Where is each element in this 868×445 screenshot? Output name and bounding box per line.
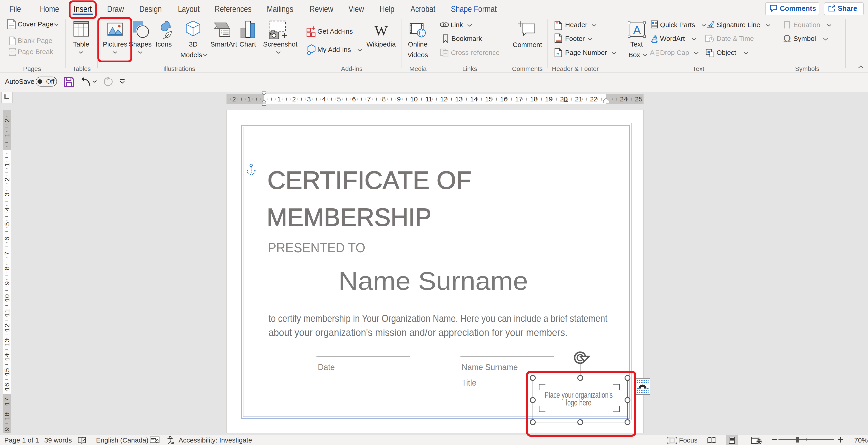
svg-text:3: 3 <box>3 193 11 196</box>
svg-text:8: 8 <box>382 95 386 103</box>
svg-text:1: 1 <box>247 95 251 103</box>
svg-text:9: 9 <box>397 95 401 103</box>
svg-text:10: 10 <box>410 95 417 103</box>
svg-text:19: 19 <box>545 95 553 103</box>
svg-text:15: 15 <box>485 95 493 103</box>
svg-text:9: 9 <box>3 281 11 285</box>
svg-text:1: 1 <box>277 95 281 103</box>
svg-text:6: 6 <box>3 237 11 241</box>
svg-text:11: 11 <box>3 309 11 316</box>
svg-text:7: 7 <box>3 252 11 255</box>
svg-text:14: 14 <box>470 95 477 103</box>
svg-text:6: 6 <box>352 95 356 103</box>
svg-text:18: 18 <box>530 95 537 103</box>
svg-text:25: 25 <box>635 95 643 103</box>
svg-text:22: 22 <box>590 95 597 103</box>
svg-text:11: 11 <box>426 95 432 103</box>
svg-text:13: 13 <box>3 339 11 346</box>
svg-text:2: 2 <box>292 95 296 103</box>
svg-text:A: A <box>633 24 641 37</box>
svg-text:#: # <box>556 52 559 57</box>
svg-text:16: 16 <box>3 383 11 390</box>
svg-text:16: 16 <box>500 95 507 103</box>
svg-text:8: 8 <box>3 267 11 270</box>
svg-text:A: A <box>651 34 658 43</box>
svg-text:10: 10 <box>3 294 11 302</box>
svg-text:5: 5 <box>3 222 11 226</box>
svg-text:2: 2 <box>232 95 236 103</box>
svg-text:A: A <box>650 49 655 56</box>
svg-text:4: 4 <box>322 95 326 103</box>
svg-text:15: 15 <box>3 368 11 376</box>
svg-text:14: 14 <box>3 353 11 361</box>
svg-text:2: 2 <box>3 178 11 182</box>
svg-text:5: 5 <box>337 95 341 103</box>
svg-text:24: 24 <box>620 95 627 103</box>
svg-text:13: 13 <box>455 95 463 103</box>
svg-text:2: 2 <box>3 118 11 123</box>
svg-text:3: 3 <box>307 95 311 103</box>
svg-text:17: 17 <box>3 398 11 405</box>
svg-text:12: 12 <box>3 324 11 331</box>
svg-text:1: 1 <box>3 163 11 167</box>
svg-text:1: 1 <box>3 133 11 137</box>
svg-text:21: 21 <box>575 95 583 103</box>
svg-text:4: 4 <box>3 207 11 211</box>
svg-text:17: 17 <box>515 95 522 103</box>
svg-text:18: 18 <box>3 412 11 420</box>
svg-text:7: 7 <box>367 95 371 103</box>
svg-text:19: 19 <box>3 427 11 433</box>
svg-text:12: 12 <box>440 95 447 103</box>
